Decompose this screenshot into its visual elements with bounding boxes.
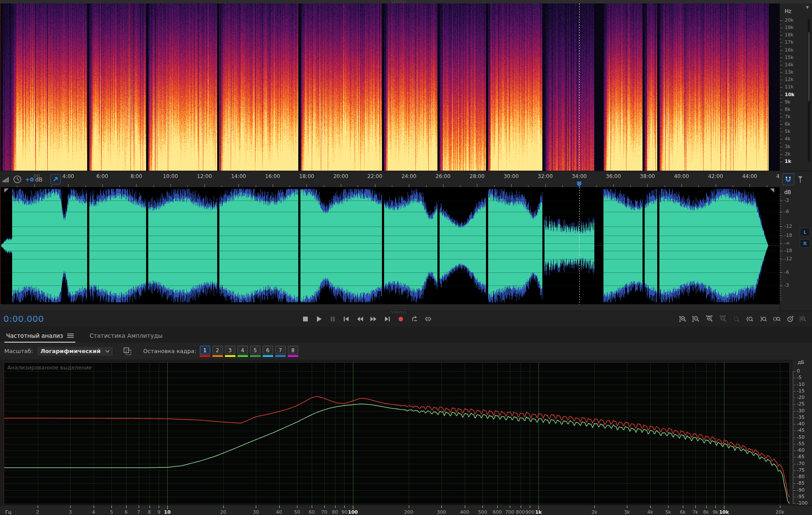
frequency-minor-tick (780, 69, 781, 69)
zoom-full-button[interactable] (798, 314, 809, 324)
restore-default-zoom-button[interactable] (785, 314, 795, 324)
panel-menu-icon[interactable] (67, 333, 74, 338)
frequency-tick (780, 124, 783, 125)
frequency-minor-tick (780, 76, 781, 77)
freeze-button-4[interactable]: 4 (238, 346, 248, 357)
spectrogram-canvas[interactable] (0, 3, 779, 171)
clock-icon[interactable] (13, 175, 22, 184)
timeline-ruler[interactable]: 4:006:008:0010:0012:0014:0016:0018:0020:… (0, 171, 812, 188)
play-button[interactable] (314, 314, 324, 324)
time-label: 36:00 (606, 173, 621, 179)
tab-frequency-analysis[interactable]: Частотный анализ (4, 329, 75, 343)
skip-to-start-button[interactable] (341, 314, 352, 324)
add-marker-button[interactable] (797, 175, 804, 183)
panel-drag-grip[interactable] (391, 1, 406, 3)
db-axis-minor-tick (792, 447, 794, 447)
skip-selection-button[interactable] (423, 314, 434, 324)
db-axis-minor-tick (792, 487, 794, 488)
fast-forward-button[interactable] (368, 314, 379, 324)
zoom-in-time-button[interactable] (704, 314, 715, 324)
db-axis-tick-label: -65 (797, 454, 805, 460)
pin-playhead-button[interactable] (50, 174, 61, 185)
frequency-axis-tick-label: 7k (692, 509, 698, 515)
pause-button[interactable] (327, 314, 338, 324)
loop-playback-button[interactable] (409, 314, 420, 324)
zoom-out-time-button[interactable] (718, 314, 728, 324)
amplitude-minor-tick (780, 203, 781, 204)
gain-value[interactable]: +0 (25, 176, 34, 183)
spectrogram-display[interactable] (0, 3, 779, 171)
audition-window: Hz ▼ 20k19k18k17k16k15k14k13k12k11k10k9k… (0, 0, 812, 515)
db-axis-minor-tick (792, 452, 794, 452)
amplitude-minor-tick (780, 275, 781, 275)
db-axis-tick (792, 391, 796, 392)
db-axis-minor-tick (792, 395, 794, 395)
freeze-button-1[interactable]: 1 (200, 346, 210, 357)
snap-toggle-button[interactable] (782, 173, 794, 185)
timeline-strip[interactable]: 4:006:008:0010:0012:0014:0016:0018:0020:… (0, 171, 779, 188)
frequency-analysis-plot[interactable]: Анализированное выделение (3, 362, 790, 505)
frequency-axis-tick-label: 9k (713, 509, 718, 515)
horizontal-zoom-bar[interactable] (0, 304, 779, 311)
frequency-axis-tick (111, 505, 112, 508)
zoom-out-point-button[interactable] (758, 314, 768, 324)
freeze-button-5[interactable]: 5 (250, 346, 261, 357)
frequency-axis-tick-label: 5k (665, 509, 671, 515)
frequency-tick-label: 13k (785, 69, 793, 75)
freeze-button-7[interactable]: 7 (275, 346, 286, 357)
freeze-button-color-bar (275, 355, 286, 357)
freeze-button-number: 6 (263, 346, 273, 354)
scale-collapse-arrow-icon[interactable]: ▼ (806, 5, 809, 10)
amplitude-minor-tick (780, 256, 781, 256)
playhead-pin[interactable] (577, 181, 582, 187)
frequency-minor-tick (780, 128, 781, 129)
playhead-line-spectrogram[interactable] (579, 3, 580, 171)
scale-select[interactable]: Логарифмический (36, 346, 114, 356)
db-axis-minor-tick (792, 492, 794, 492)
amplitude-scale-panel[interactable]: dB -3-6-12-18-∞-18-12-6-3 L R (779, 187, 812, 311)
frequency-tick (780, 42, 783, 43)
db-axis-tick-label: -40 (797, 421, 805, 427)
amplitude-minor-tick (780, 233, 781, 233)
frequency-axis-tick-label: 400 (460, 509, 469, 515)
db-axis-tick (792, 497, 796, 497)
frequency-tick (780, 35, 783, 36)
zoom-in-point-button[interactable] (744, 314, 755, 324)
db-axis-minor-tick (792, 460, 794, 460)
zoom-to-selection-button[interactable] (731, 314, 742, 324)
selection-grip-right[interactable] (770, 188, 774, 193)
channel-right-button[interactable]: R (800, 239, 810, 248)
freeze-button-8[interactable]: 8 (288, 346, 298, 357)
tab-amplitude-statistics[interactable]: Статистика Амплитуды (88, 329, 164, 343)
waveform-canvas[interactable] (0, 187, 779, 304)
frequency-axis-tick-label: 200 (404, 509, 413, 515)
db-axis-minor-tick (792, 445, 794, 446)
current-time-display[interactable]: 0:00.000 (3, 314, 44, 324)
frequency-scale-panel[interactable]: Hz ▼ 20k19k18k17k16k15k14k13k12k11k10k9k… (779, 3, 812, 171)
freeze-button-6[interactable]: 6 (263, 346, 273, 357)
amplitude-minor-tick (780, 247, 781, 247)
analysis-tab-bar: Частотный анализ Статистика Амплитуды (0, 327, 812, 343)
channel-left-button[interactable]: L (800, 228, 810, 236)
selection-grip-left[interactable] (4, 188, 9, 193)
rewind-button[interactable] (355, 314, 365, 324)
stop-button[interactable] (300, 314, 310, 324)
db-axis-tick (792, 490, 796, 491)
playhead-line-waveform[interactable] (579, 187, 580, 304)
freeze-button-2[interactable]: 2 (212, 346, 223, 357)
frequency-axis-tick-label: 10 (164, 509, 170, 515)
zoom-out-amplitude-button[interactable] (691, 314, 701, 324)
spectrogram-scrollbar[interactable] (808, 19, 810, 162)
copy-graph-button[interactable] (123, 347, 132, 356)
level-meter-icon[interactable] (3, 176, 10, 182)
db-axis-minor-tick (792, 408, 794, 408)
frequency-axis-tick (139, 505, 139, 508)
skip-to-end-button[interactable] (382, 314, 392, 324)
zoom-selection-button[interactable] (771, 314, 782, 324)
frequency-tick-label: 7k (785, 114, 790, 120)
zoom-in-amplitude-button[interactable] (678, 314, 688, 324)
record-button[interactable] (396, 314, 406, 324)
amplitude-minor-tick (780, 238, 781, 238)
waveform-display[interactable] (0, 187, 779, 304)
freeze-button-3[interactable]: 3 (225, 346, 235, 357)
